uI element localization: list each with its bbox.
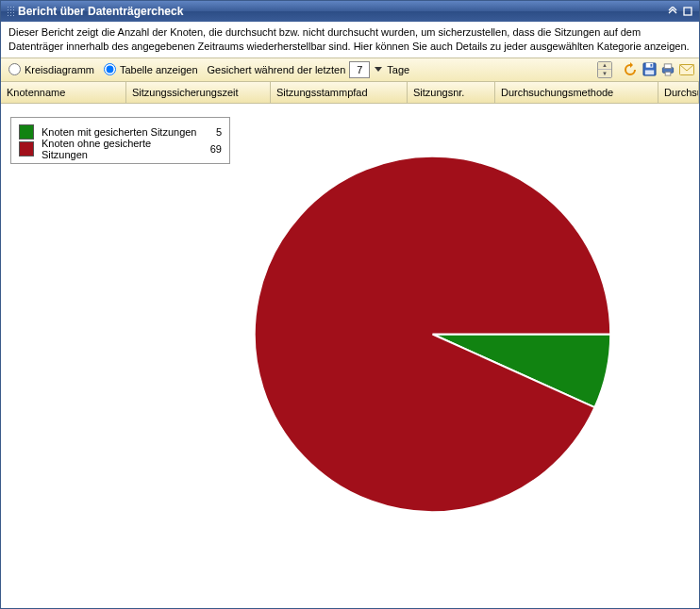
- col-durchsuchungsmethode[interactable]: Durchsuchungsmethode: [495, 82, 658, 103]
- legend-swatch-secured: [19, 124, 34, 140]
- legend-label-unsecured: Knoten ohne gesicherte Sitzungen: [42, 138, 197, 160]
- legend-row-unsecured: Knoten ohne gesicherte Sitzungen 69: [19, 140, 222, 157]
- days-dropdown-icon[interactable]: [374, 62, 383, 77]
- radio-show-table[interactable]: Tabelle anzeigen: [104, 63, 198, 75]
- days-input[interactable]: [349, 61, 370, 78]
- col-sitzungsstammpfad[interactable]: Sitzungsstammpfad: [271, 82, 408, 103]
- legend-label-secured: Knoten mit gesicherten Sitzungen: [42, 126, 197, 138]
- days-suffix-label: Tage: [387, 64, 409, 75]
- svg-rect-6: [664, 64, 672, 69]
- radio-pie-chart[interactable]: Kreisdiagramm: [8, 63, 94, 75]
- refresh-icon[interactable]: [622, 61, 639, 78]
- days-filter-group: Gesichert während der letzten Tage: [208, 61, 410, 78]
- radio-table-input[interactable]: [104, 63, 116, 75]
- email-icon[interactable]: [678, 61, 695, 78]
- secured-prefix-label: Gesichert während der letzten: [208, 64, 346, 75]
- legend-swatch-unsecured: [19, 141, 34, 156]
- col-durchsuchungsstatus[interactable]: Durchsuchungssta: [658, 82, 699, 103]
- chart-legend: Knoten mit gesicherten Sitzungen 5 Knote…: [10, 117, 230, 164]
- table-column-headers: Knotenname Sitzungssicherungszeit Sitzun…: [1, 82, 699, 104]
- grip-icon: [7, 6, 14, 17]
- print-icon[interactable]: [659, 61, 676, 78]
- titlebar: Bericht über Datenträgercheck: [1, 1, 699, 22]
- svg-rect-3: [650, 64, 652, 67]
- spinner-down-icon[interactable]: ▼: [598, 70, 611, 77]
- radio-pie-label: Kreisdiagramm: [25, 64, 94, 75]
- window-title: Bericht über Datenträgercheck: [18, 5, 665, 18]
- chart-area: Knoten mit gesicherten Sitzungen 5 Knote…: [1, 104, 699, 608]
- toolbar-actions: [622, 61, 695, 78]
- report-description: Dieser Bericht zeigt die Anzahl der Knot…: [1, 22, 699, 58]
- col-sitzungsnr[interactable]: Sitzungsnr.: [408, 82, 495, 103]
- svg-rect-7: [665, 73, 671, 76]
- radio-pie-input[interactable]: [8, 63, 21, 75]
- svg-rect-4: [644, 71, 653, 75]
- svg-rect-0: [684, 8, 692, 15]
- report-window: Bericht über Datenträgercheck Dieser Ber…: [0, 0, 700, 609]
- col-sitzungssicherungszeit[interactable]: Sitzungssicherungszeit: [126, 82, 271, 103]
- legend-value-unsecured: 69: [205, 143, 222, 155]
- pie-slice: [255, 156, 610, 512]
- pie-chart: [251, 153, 614, 516]
- legend-value-secured: 5: [205, 126, 222, 138]
- col-knotenname[interactable]: Knotenname: [1, 82, 126, 103]
- save-icon[interactable]: [641, 61, 658, 78]
- toolbar: Kreisdiagramm Tabelle anzeigen Gesichert…: [1, 58, 699, 82]
- collapse-icon[interactable]: [665, 4, 680, 19]
- days-spinner[interactable]: ▲ ▼: [597, 61, 612, 78]
- spinner-up-icon[interactable]: ▲: [598, 62, 611, 71]
- radio-table-label: Tabelle anzeigen: [120, 64, 198, 75]
- maximize-icon[interactable]: [680, 4, 695, 19]
